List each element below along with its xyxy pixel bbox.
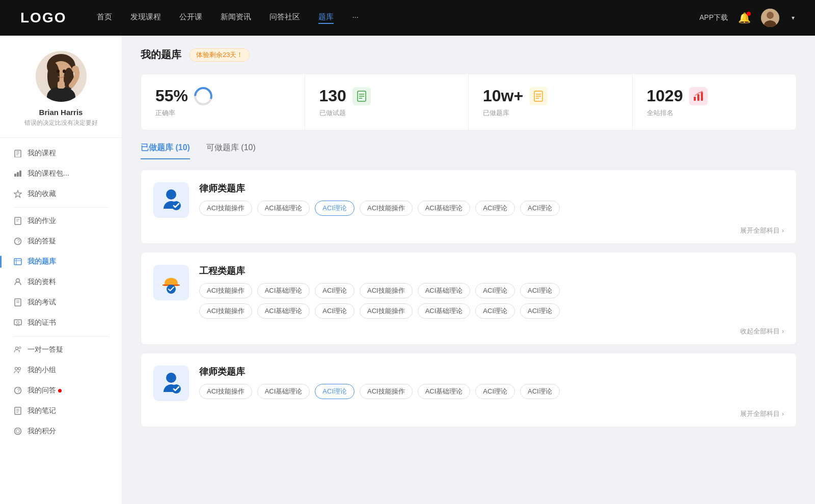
bank-title-1: 律师类题库 — [199, 182, 784, 194]
svg-point-39 — [15, 368, 18, 370]
trial-badge: 体验剩余23天！ — [189, 48, 250, 62]
sidebar-label: 我的积分 — [28, 427, 56, 436]
tag[interactable]: ACI技能操作 — [199, 283, 252, 298]
notification-dot — [747, 12, 751, 16]
svg-point-40 — [18, 368, 21, 370]
expand-link-3[interactable]: 展开全部科目 › — [740, 409, 784, 418]
tags-row-3: ACI技能操作 ACI基础理论 ACI理论 ACI技能操作 ACI基础理论 AC… — [199, 384, 784, 399]
sidebar-label: 我的问答 — [28, 386, 56, 395]
sidebar-item-qa[interactable]: ? 我的答疑 — [5, 231, 117, 251]
tag[interactable]: ACI基础理论 — [418, 303, 471, 319]
sidebar-item-favorites[interactable]: 我的收藏 — [5, 184, 117, 204]
tag[interactable]: ACI理论 — [315, 283, 355, 298]
nav-discover[interactable]: 发现课程 — [130, 12, 161, 24]
tag[interactable]: ACI技能操作 — [360, 303, 413, 319]
sidebar-item-my-qa[interactable]: ? 我的问答 — [5, 380, 117, 401]
tag[interactable]: ACI技能操作 — [199, 384, 252, 399]
stat-label-ranking: 全站排名 — [647, 108, 782, 118]
stat-value-accuracy: 55% — [155, 87, 188, 105]
tag[interactable]: ACI理论 — [475, 303, 515, 319]
tag[interactable]: ACI基础理论 — [418, 201, 471, 216]
sidebar-item-my-course[interactable]: 我的课程 — [5, 143, 117, 163]
svg-point-63 — [166, 189, 176, 200]
nav-open-course[interactable]: 公开课 — [179, 12, 202, 24]
sidebar-item-certificate[interactable]: 我的证书 — [5, 313, 117, 333]
nav-more[interactable]: ··· — [352, 12, 359, 24]
cert-icon — [13, 318, 22, 327]
nav-question-bank[interactable]: 题库 — [318, 12, 334, 24]
lawyer-icon-2 — [153, 366, 189, 401]
qa-red-dot — [58, 389, 62, 393]
tag[interactable]: ACI理论 — [475, 384, 515, 399]
tag[interactable]: ACI基础理论 — [418, 283, 471, 298]
user-avatar — [36, 51, 87, 102]
tag[interactable]: ACI技能操作 — [199, 303, 252, 319]
svg-point-50 — [195, 88, 211, 104]
tag[interactable]: ACI理论 — [520, 283, 560, 298]
tab-available-banks[interactable]: 可做题库 (10) — [206, 143, 256, 159]
stat-top4: 1029 — [647, 87, 782, 105]
nav-home[interactable]: 首页 — [97, 12, 112, 24]
tag[interactable]: ACI理论 — [475, 283, 515, 298]
tag[interactable]: ACI基础理论 — [418, 384, 471, 399]
tag[interactable]: ACI理论 — [315, 303, 355, 319]
stat-top2: 130 — [319, 87, 454, 105]
doc-yellow-icon — [529, 87, 548, 105]
sidebar-item-points[interactable]: 我的积分 — [5, 421, 117, 441]
tag-active[interactable]: ACI理论 — [315, 384, 355, 399]
tag[interactable]: ACI基础理论 — [257, 283, 310, 298]
points-icon — [13, 427, 22, 436]
sidebar-item-profile[interactable]: 我的资料 — [5, 272, 117, 292]
divider2 — [13, 336, 108, 337]
tag[interactable]: ACI技能操作 — [360, 283, 413, 298]
sidebar: Brian Harris 错误的决定比没有决定要好 我的课程 我的课程包... — [0, 36, 122, 504]
collapse-link-2[interactable]: 收起全部科目 › — [740, 327, 784, 336]
svg-point-62 — [701, 91, 702, 92]
pie-chart-icon — [194, 87, 212, 105]
page-header: 我的题库 体验剩余23天！ — [141, 48, 797, 62]
notification-bell[interactable]: 🔔 — [738, 12, 751, 24]
sidebar-menu: 我的课程 我的课程包... 我的收藏 我的作业 — [0, 143, 122, 441]
tags-row-2b: ACI技能操作 ACI基础理论 ACI理论 ACI技能操作 ACI基础理论 AC… — [199, 303, 784, 319]
stat-value-banks: 10w+ — [483, 87, 523, 105]
sidebar-item-notes[interactable]: 我的笔记 — [5, 401, 117, 421]
sidebar-item-exam[interactable]: 我的考试 — [5, 292, 117, 313]
app-download-button[interactable]: APP下载 — [699, 13, 728, 22]
tag[interactable]: ACI技能操作 — [360, 384, 413, 399]
nav-chevron-icon[interactable]: ▾ — [792, 14, 795, 21]
svg-point-37 — [16, 347, 18, 350]
tab-done-banks[interactable]: 已做题库 (10) — [141, 143, 190, 159]
bank-icon — [13, 257, 22, 266]
sidebar-item-group[interactable]: 我的小组 — [5, 360, 117, 380]
user-avatar-nav[interactable] — [761, 9, 779, 27]
tag[interactable]: ACI理论 — [520, 201, 560, 216]
logo[interactable]: LOGO — [20, 10, 66, 26]
nav-qa[interactable]: 问答社区 — [269, 12, 300, 24]
tag[interactable]: ACI理论 — [520, 384, 560, 399]
svg-point-38 — [19, 347, 21, 349]
tag[interactable]: ACI基础理论 — [257, 201, 310, 216]
sidebar-item-tutor[interactable]: 一对一答疑 — [5, 340, 117, 360]
nav-links: 首页 发现课程 公开课 新闻资讯 问答社区 题库 ··· — [97, 12, 699, 24]
tag[interactable]: ACI技能操作 — [360, 201, 413, 216]
tag[interactable]: ACI理论 — [475, 201, 515, 216]
tag[interactable]: ACI理论 — [520, 303, 560, 319]
sidebar-item-homework[interactable]: 我的作业 — [5, 211, 117, 231]
tag[interactable]: ACI基础理论 — [257, 384, 310, 399]
lawyer-icon-1 — [153, 182, 189, 218]
bank-card-engineering: 工程类题库 ACI技能操作 ACI基础理论 ACI理论 ACI技能操作 ACI基… — [141, 252, 797, 345]
tag-active[interactable]: ACI理论 — [315, 201, 355, 216]
tag[interactable]: ACI基础理论 — [257, 303, 310, 319]
bank-card-lawyer-2: 律师类题库 ACI技能操作 ACI基础理论 ACI理论 ACI技能操作 ACI基… — [141, 353, 797, 427]
user-name: Brian Harris — [39, 108, 83, 117]
tag[interactable]: ACI技能操作 — [199, 201, 252, 216]
sidebar-label: 我的小组 — [28, 366, 56, 375]
group-icon — [13, 366, 22, 375]
nav-news[interactable]: 新闻资讯 — [221, 12, 251, 24]
stat-ranking: 1029 全站排名 — [633, 74, 797, 130]
sidebar-item-course-package[interactable]: 我的课程包... — [5, 163, 117, 184]
doc-green-icon — [352, 87, 371, 105]
expand-link-1[interactable]: 展开全部科目 › — [740, 226, 784, 235]
sidebar-item-question-bank[interactable]: 我的题库 — [5, 251, 117, 272]
tags-row-2a: ACI技能操作 ACI基础理论 ACI理论 ACI技能操作 ACI基础理论 AC… — [199, 283, 784, 298]
